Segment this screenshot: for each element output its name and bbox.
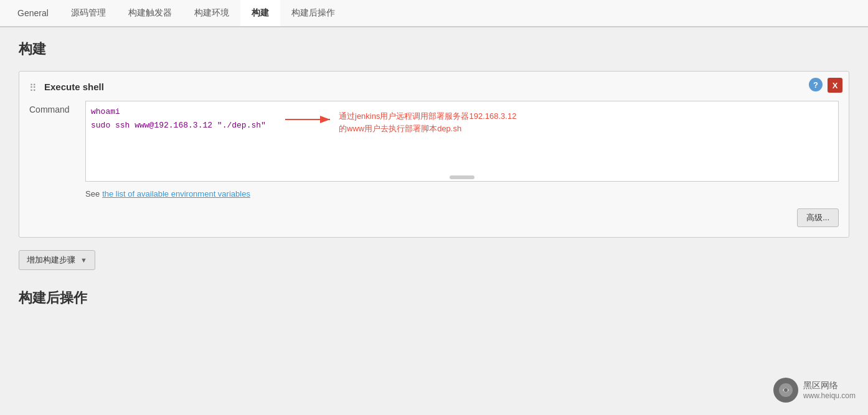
env-variables-link[interactable]: the list of available environment variab… [102, 189, 250, 198]
tab-source[interactable]: 源码管理 [60, 0, 117, 27]
help-icon[interactable]: ? [809, 78, 823, 91]
page-title: 构建 [19, 40, 849, 58]
shell-command-text: whoami sudo ssh www@192.168.3.12 "./dep.… [91, 105, 266, 133]
add-build-step-button[interactable]: 增加构建步骤 ▼ [19, 250, 95, 270]
command-label: Command [29, 101, 85, 114]
command-row: Command whoami sudo ssh www@192.168.3.12… [29, 101, 839, 182]
annotation-overlay: 通过jenkins用户远程调用部署服务器192.168.3.12的www用户去执… [285, 110, 519, 134]
add-step-row: 增加构建步骤 ▼ [19, 250, 849, 270]
arrow-icon [285, 110, 335, 129]
env-link-prefix: See [85, 189, 100, 198]
drag-icon: ⠿ [29, 82, 39, 92]
env-link-row: See the list of available environment va… [85, 189, 839, 198]
command-line-1: whoami [91, 105, 266, 119]
execute-shell-card: ⠿ Execute shell X ? Command whoami sudo … [19, 71, 849, 238]
dropdown-arrow-icon: ▼ [80, 256, 87, 264]
command-line-2: sudo ssh www@192.168.3.12 "./dep.sh" [91, 119, 266, 133]
annotation-text: 通过jenkins用户远程调用部署服务器192.168.3.12的www用户去执… [339, 110, 519, 134]
card-title: Execute shell [44, 82, 104, 92]
tab-triggers[interactable]: 构建触发器 [117, 0, 183, 27]
command-area-wrapper: whoami sudo ssh www@192.168.3.12 "./dep.… [85, 101, 839, 182]
tab-general[interactable]: General [6, 1, 60, 27]
main-content: 构建 ⠿ Execute shell X ? Command whoami su… [0, 27, 868, 370]
scrollbar-indicator[interactable] [450, 175, 474, 179]
advanced-btn-row: 高级... [29, 208, 839, 227]
card-header: ⠿ Execute shell [29, 82, 839, 92]
tab-environment[interactable]: 构建环境 [183, 0, 240, 27]
add-step-label: 增加构建步骤 [27, 254, 75, 266]
tab-post-build[interactable]: 构建后操作 [280, 0, 346, 27]
post-build-title: 构建后操作 [19, 289, 849, 307]
advanced-button[interactable]: 高级... [797, 208, 839, 227]
tab-bar: General 源码管理 构建触发器 构建环境 构建 构建后操作 [0, 0, 868, 27]
close-button[interactable]: X [828, 78, 842, 93]
tab-build[interactable]: 构建 [240, 0, 280, 27]
